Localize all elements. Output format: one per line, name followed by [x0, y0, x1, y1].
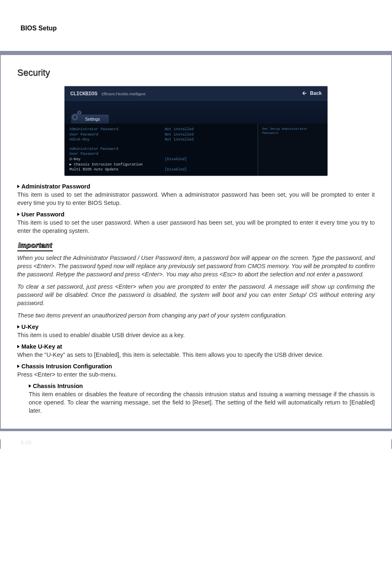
bios-main-panel: Administrator PasswordNot installed User…	[65, 124, 258, 176]
bios-help-panel: Set Setup Administrator Password	[258, 124, 327, 176]
svg-point-3	[78, 112, 80, 114]
bios-body: Administrator PasswordNot installed User…	[65, 124, 327, 176]
bios-row[interactable]: Udisk-KeyNot installed	[69, 137, 253, 142]
bios-logo-wrap: CLICKBIOS Efficient.Flexible.Intelligent	[70, 90, 145, 97]
row-label: ▶ Chassis Intrusion Configuration	[69, 162, 165, 168]
row-value: Not installed	[165, 132, 194, 138]
row-value: Not installed	[165, 137, 194, 142]
important-box: Important When you select the Administra…	[17, 241, 375, 319]
settings-tab-label: Settings	[85, 117, 100, 122]
row-label: Multi BIOS Auto Update	[69, 167, 165, 172]
item-text-ukey: This item is used to enable/ disable USB…	[17, 331, 375, 339]
important-p1: When you select the Administrator Passwo…	[17, 254, 375, 278]
important-p2: To clear a set password, just press <Ent…	[17, 283, 375, 307]
row-label: User Password	[69, 152, 165, 157]
row-value: Not installed	[165, 127, 194, 132]
header-rule	[0, 51, 392, 55]
bios-row[interactable]: Multi BIOS Auto Update[Disabled]	[69, 167, 253, 172]
item-text-chassis-intrusion: This item enables or disables the featur…	[29, 390, 375, 415]
bios-tabbar: Settings	[65, 101, 327, 124]
triangle-icon	[17, 345, 20, 348]
svg-point-1	[74, 116, 76, 119]
footer-rule	[0, 429, 392, 431]
row-value: [Disabled]	[165, 157, 187, 162]
page-header: BIOS Setup	[21, 25, 371, 32]
triangle-icon	[17, 213, 20, 216]
item-heading-chassis-cfg: Chassis Intrusion Configuration	[17, 363, 375, 370]
bios-row[interactable]: ▶ Chassis Intrusion Configuration	[69, 162, 253, 168]
row-label: Administrator Password	[69, 147, 165, 152]
back-arrow-icon	[302, 90, 307, 96]
row-label: Udisk-Key	[69, 137, 165, 142]
item-heading-ukey: U-Key	[17, 324, 375, 330]
item-text-admin-pw: This item is used to set the administrat…	[17, 191, 375, 207]
back-button[interactable]: Back	[302, 90, 322, 96]
bios-row[interactable]: Administrator PasswordNot installed	[69, 127, 253, 132]
gear-icon	[69, 108, 84, 123]
bios-titlebar: CLICKBIOS Efficient.Flexible.Intelligent…	[65, 86, 327, 101]
row-label: U-Key	[69, 157, 165, 162]
bios-row[interactable]: Administrator Password	[69, 147, 253, 152]
item-text-chassis-cfg: Press <Enter> to enter the sub-menu.	[17, 370, 375, 379]
item-heading-chassis-intrusion: Chassis Intrusion	[29, 383, 375, 389]
item-heading-admin-pw: Administrator Password	[17, 183, 375, 190]
bios-row[interactable]: User PasswordNot installed	[69, 132, 253, 138]
row-value: [Disabled]	[165, 167, 187, 172]
item-text-make-ukey: When the "U-Key" as sets to [Enabled], t…	[17, 351, 375, 359]
triangle-icon	[29, 384, 31, 388]
bios-tagline: Efficient.Flexible.Intelligent	[101, 92, 145, 96]
settings-tab[interactable]: Settings	[71, 115, 109, 124]
triangle-icon	[17, 185, 20, 188]
page-number: 3-20	[21, 439, 375, 446]
triangle-icon	[17, 365, 20, 368]
bios-row[interactable]: User Password	[69, 152, 253, 157]
row-label: User Password	[69, 132, 165, 138]
triangle-icon	[17, 325, 20, 328]
back-label: Back	[310, 90, 322, 96]
row-label: Administrator Password	[69, 127, 165, 132]
important-p3: These two items prevent an unauthorized …	[17, 311, 375, 319]
bios-screenshot: CLICKBIOS Efficient.Flexible.Intelligent…	[65, 86, 327, 176]
section-title: Security	[17, 67, 375, 78]
bios-logo: CLICKBIOS	[70, 91, 97, 97]
bios-row[interactable]: U-Key[Disabled]	[69, 157, 253, 162]
item-heading-make-ukey: Make U-Key at	[17, 343, 375, 350]
item-heading-user-pw: User Password	[17, 211, 375, 218]
important-label: Important	[17, 241, 53, 251]
item-text-user-pw: This item is used to set the user passwo…	[17, 218, 375, 235]
